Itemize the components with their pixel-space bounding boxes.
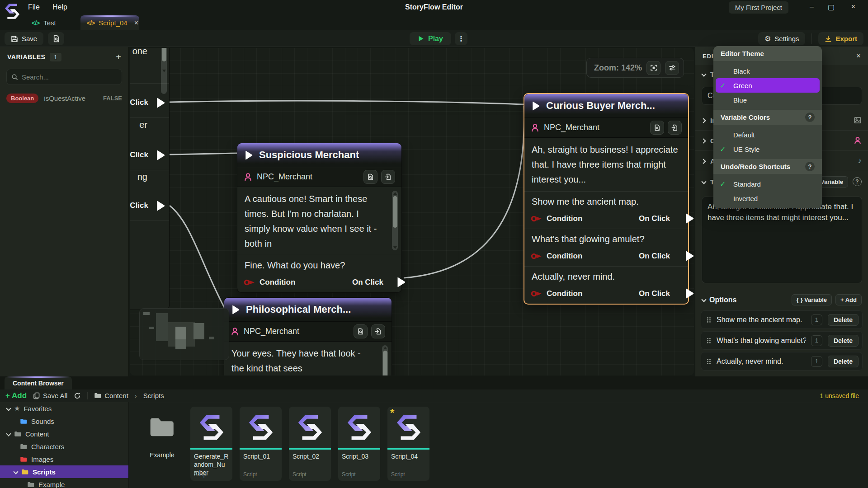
variables-panel: VARIABLES 1 + Boolean isQuestActive FALS… xyxy=(0,47,129,376)
dialogue-node-suspicious-merchant[interactable]: Suspicious Merchant NPC_Merchant A cauti… xyxy=(237,143,402,293)
tree-item-images[interactable]: Images xyxy=(0,453,128,465)
settings-button[interactable]: ⚙ Settings xyxy=(758,32,806,45)
play-button[interactable]: Play xyxy=(410,32,451,45)
preview-file-button[interactable] xyxy=(48,32,64,45)
tree-item-example[interactable]: Example xyxy=(0,478,128,488)
delete-option-button[interactable]: Delete xyxy=(828,356,859,367)
dialogue-node-curious-buyer[interactable]: Curious Buyer Merch... NPC_Merchant Ah, … xyxy=(524,93,689,305)
node-body-text[interactable]: Your eyes. They have that look - the kin… xyxy=(224,342,392,375)
onclick-port[interactable] xyxy=(156,201,165,211)
save-all-button[interactable]: Save All xyxy=(33,392,67,399)
window-minimize-button[interactable]: – xyxy=(810,3,814,11)
add-option-button[interactable]: + Add xyxy=(835,294,862,305)
node-body-text[interactable]: Ah, straight to business! I appreciate t… xyxy=(524,138,688,191)
dialogue-option[interactable]: Fine. What do you have? Condition On Cli… xyxy=(237,255,401,292)
node-header[interactable]: Curious Buyer Merch... xyxy=(524,94,688,117)
dialogue-node-partial[interactable]: one Click er Click ng Click xyxy=(130,48,170,310)
play-button-label: Play xyxy=(428,35,443,43)
add-variable-button[interactable]: + xyxy=(116,52,121,61)
onclick-port[interactable] xyxy=(156,98,165,108)
delete-option-button[interactable]: Delete xyxy=(828,335,859,347)
node-goto-button[interactable] xyxy=(371,324,385,338)
node-header[interactable]: Philosophical Merch... xyxy=(224,298,392,321)
tree-item-sounds[interactable]: Sounds xyxy=(0,415,128,427)
node-goto-button[interactable] xyxy=(381,170,395,184)
tree-item-characters[interactable]: Characters xyxy=(0,440,128,453)
node-body-text[interactable]: A cautious one! Smart in these times. Bu… xyxy=(237,187,401,255)
window-maximize-button[interactable]: ▢ xyxy=(828,3,835,11)
options-variable-button[interactable]: { } Variable xyxy=(792,294,832,305)
tab-script-04[interactable]: </> Script_04 × xyxy=(80,15,139,30)
node-header[interactable]: Suspicious Merchant xyxy=(237,143,401,167)
variables-search[interactable] xyxy=(6,69,122,85)
menu-item-black[interactable]: Black xyxy=(713,64,822,78)
dialogue-text-input[interactable]: Ah, straight to business! I appreciate t… xyxy=(702,197,862,283)
node-preview-button[interactable] xyxy=(650,121,664,135)
node-goto-button[interactable] xyxy=(668,121,682,135)
scrollbar[interactable] xyxy=(161,48,167,94)
delete-option-button[interactable]: Delete xyxy=(828,314,859,326)
save-button[interactable]: Save xyxy=(5,32,43,45)
option-row[interactable]: Show me the ancient map. 1 Delete xyxy=(701,310,863,329)
file-search-icon xyxy=(367,174,374,180)
menu-item-blue[interactable]: Blue xyxy=(713,93,822,107)
asset-generate-random-number[interactable]: Generate_Random_Number Script xyxy=(190,407,232,481)
drag-handle-icon[interactable] xyxy=(707,358,711,365)
character-name: NPC_Merchant xyxy=(257,172,312,182)
asset-script-02[interactable]: Script_02 Script xyxy=(289,407,331,481)
scrollbar[interactable] xyxy=(392,191,398,250)
play-options-button[interactable]: ⋮ xyxy=(455,32,467,45)
asset-script-04[interactable]: * Script_04 Script xyxy=(387,407,429,481)
menu-item-ue-style[interactable]: ✓ UE Style xyxy=(713,142,822,156)
menu-item-standard[interactable]: ✓ Standard xyxy=(713,177,822,191)
tree-item-favorites[interactable]: ★ Favorites xyxy=(0,402,128,415)
node-preview-button[interactable] xyxy=(354,324,368,338)
tree-item-content[interactable]: Content xyxy=(0,427,128,440)
option-row[interactable]: What's that glowing amulet? 1 Delete xyxy=(701,331,863,350)
help-icon[interactable]: ? xyxy=(853,177,862,186)
drag-handle-icon[interactable] xyxy=(707,317,711,323)
export-button[interactable]: Export xyxy=(818,32,863,45)
content-browser-tab[interactable]: Content Browser xyxy=(5,376,72,389)
tree-item-scripts[interactable]: Scripts xyxy=(0,465,128,478)
check-icon: ✓ xyxy=(720,180,726,188)
menu-item-green[interactable]: ✓ Green xyxy=(716,78,820,93)
node-canvas[interactable]: one Click er Click ng Click xyxy=(130,48,694,375)
dialogue-option[interactable]: Actually, never mind. Condition On Click xyxy=(524,266,688,304)
onclick-port[interactable] xyxy=(156,150,165,160)
divider xyxy=(130,83,169,84)
editor-panel-close-icon[interactable]: × xyxy=(856,52,861,61)
option-row[interactable]: Actually, never mind. 1 Delete xyxy=(701,352,863,371)
asset-script-01[interactable]: Script_01 Script xyxy=(240,407,282,481)
help-icon[interactable]: ? xyxy=(805,162,815,171)
dialogue-option[interactable]: What's that glowing amulet? Condition On… xyxy=(524,229,688,266)
help-icon[interactable]: ? xyxy=(805,113,815,122)
asset-example-folder[interactable]: Example xyxy=(141,407,183,481)
onclick-port[interactable] xyxy=(396,277,406,287)
script-icon xyxy=(395,413,423,441)
menu-item-inverted[interactable]: Inverted xyxy=(713,191,822,206)
menu-item-default[interactable]: Default xyxy=(713,127,822,142)
onclick-port[interactable] xyxy=(685,288,694,299)
canvas-settings-button[interactable] xyxy=(665,61,679,75)
window-close-button[interactable]: × xyxy=(851,3,855,11)
variable-row[interactable]: Boolean isQuestActive FALSE xyxy=(0,89,128,107)
refresh-button[interactable] xyxy=(74,392,81,399)
node-preview-button[interactable] xyxy=(363,170,377,184)
tab-close-icon[interactable]: × xyxy=(134,19,138,27)
scrollbar[interactable] xyxy=(382,345,388,375)
onclick-port[interactable] xyxy=(685,213,694,224)
breadcrumb-root[interactable]: Content xyxy=(94,392,128,399)
asset-script-03[interactable]: Script_03 Script xyxy=(338,407,380,481)
add-asset-button[interactable]: + Add xyxy=(5,391,27,400)
dialogue-option[interactable]: Show me the ancient map. Condition On Cl… xyxy=(524,191,688,229)
breadcrumb-current[interactable]: Scripts xyxy=(143,392,164,399)
tab-test[interactable]: </> Test xyxy=(25,15,62,30)
dialogue-node-philosophical-merchant[interactable]: Philosophical Merch... NPC_Merchant Your… xyxy=(224,297,392,375)
fit-view-button[interactable] xyxy=(646,61,660,75)
character-name: NPC_Merchant xyxy=(244,327,299,336)
variables-search-input[interactable] xyxy=(22,73,108,81)
onclick-port[interactable] xyxy=(685,251,694,261)
drag-handle-icon[interactable] xyxy=(707,338,711,344)
minimap[interactable] xyxy=(139,308,229,360)
